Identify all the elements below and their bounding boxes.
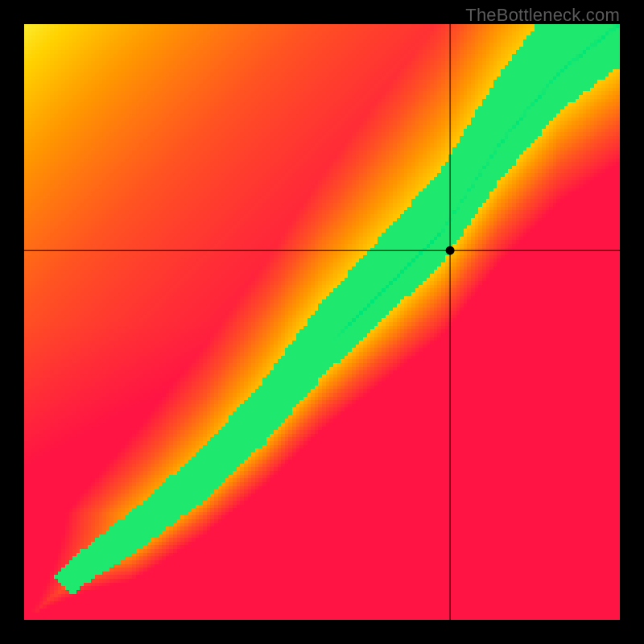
- chart-frame: TheBottleneck.com: [0, 0, 644, 644]
- watermark-text: TheBottleneck.com: [465, 5, 620, 26]
- marker-dot: [446, 246, 455, 255]
- chart-overlay: [24, 24, 620, 620]
